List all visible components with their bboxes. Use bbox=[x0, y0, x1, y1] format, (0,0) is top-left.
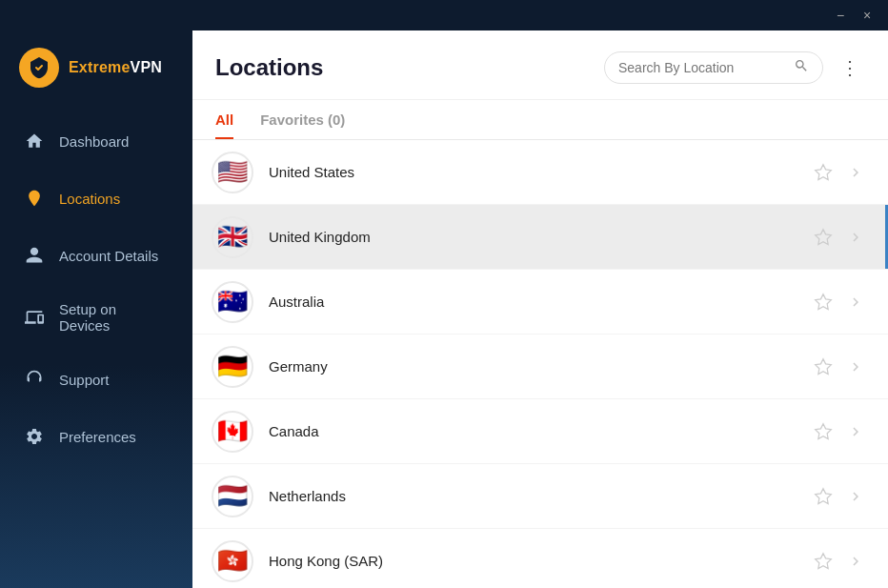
sidebar-dashboard-label: Dashboard bbox=[59, 133, 129, 150]
tab-all[interactable]: All bbox=[215, 112, 233, 139]
title-bar: − × bbox=[0, 0, 888, 30]
location-actions-de bbox=[810, 354, 869, 380]
expand-button-nl[interactable] bbox=[842, 483, 869, 510]
location-actions-au bbox=[810, 289, 869, 315]
sidebar-locations-label: Locations bbox=[59, 191, 120, 207]
location-row-de[interactable]: 🇩🇪 Germany bbox=[192, 335, 888, 399]
main-header: Locations ⋮ bbox=[192, 30, 888, 100]
location-name-au: Australia bbox=[269, 294, 810, 310]
favorite-button-hk[interactable] bbox=[810, 548, 837, 575]
location-actions-us bbox=[810, 159, 869, 186]
page-title: Locations bbox=[215, 54, 323, 81]
devices-icon bbox=[23, 306, 46, 329]
location-row-uk[interactable]: 🇬🇧 United Kingdom bbox=[192, 205, 888, 270]
favorite-button-ca[interactable] bbox=[810, 418, 837, 445]
close-button[interactable]: × bbox=[854, 2, 880, 29]
sidebar-account-label: Account Details bbox=[59, 248, 158, 264]
search-input[interactable] bbox=[618, 60, 786, 75]
flag-au: 🇦🇺 bbox=[212, 281, 253, 323]
favorite-button-au[interactable] bbox=[810, 289, 837, 315]
location-name-uk: United Kingdom bbox=[269, 229, 810, 245]
flag-uk: 🇬🇧 bbox=[212, 216, 253, 258]
location-name-ca: Canada bbox=[269, 423, 810, 439]
logo-icon bbox=[19, 48, 59, 88]
expand-button-us[interactable] bbox=[842, 159, 869, 186]
favorite-button-de[interactable] bbox=[810, 354, 837, 380]
more-options-button[interactable]: ⋮ bbox=[835, 52, 865, 83]
flag-de: 🇩🇪 bbox=[212, 346, 253, 388]
location-row-nl[interactable]: 🇳🇱 Netherlands bbox=[192, 464, 888, 529]
app-body: ExtremeVPN Dashboard Locations bbox=[0, 30, 888, 588]
favorite-button-nl[interactable] bbox=[810, 483, 837, 510]
location-name-us: United States bbox=[269, 164, 810, 180]
person-icon bbox=[23, 244, 46, 267]
expand-button-hk[interactable] bbox=[842, 548, 869, 575]
location-actions-uk bbox=[810, 224, 869, 251]
expand-button-de[interactable] bbox=[842, 354, 869, 380]
flag-ca: 🇨🇦 bbox=[212, 411, 253, 453]
search-box bbox=[604, 51, 823, 84]
sidebar-setup-label: Setup on Devices bbox=[59, 301, 170, 334]
sidebar-item-support[interactable]: Support bbox=[0, 351, 192, 408]
expand-button-uk[interactable] bbox=[842, 224, 869, 251]
sidebar-item-preferences[interactable]: Preferences bbox=[0, 408, 192, 465]
location-actions-nl bbox=[810, 483, 869, 510]
main-content: Locations ⋮ All Favorites (0) 🇺🇸 United … bbox=[192, 30, 888, 588]
expand-button-au[interactable] bbox=[842, 289, 869, 315]
home-icon bbox=[23, 130, 46, 152]
logo-area: ExtremeVPN bbox=[0, 30, 192, 109]
location-row-us[interactable]: 🇺🇸 United States bbox=[192, 140, 888, 205]
sidebar-item-dashboard[interactable]: Dashboard bbox=[0, 112, 192, 170]
sidebar-preferences-label: Preferences bbox=[59, 429, 136, 445]
sidebar-item-account[interactable]: Account Details bbox=[0, 227, 192, 284]
location-row-hk[interactable]: 🇭🇰 Hong Kong (SAR) bbox=[192, 529, 888, 588]
tab-favorites[interactable]: Favorites (0) bbox=[260, 112, 345, 139]
location-name-hk: Hong Kong (SAR) bbox=[269, 553, 810, 569]
search-icon[interactable] bbox=[794, 58, 809, 77]
favorite-button-us[interactable] bbox=[810, 159, 837, 186]
flag-hk: 🇭🇰 bbox=[212, 540, 253, 582]
logo-text: ExtremeVPN bbox=[69, 59, 162, 76]
sidebar-item-setup[interactable]: Setup on Devices bbox=[0, 284, 192, 351]
minimize-button[interactable]: − bbox=[827, 2, 854, 29]
tabs: All Favorites (0) bbox=[192, 100, 888, 140]
sidebar-support-label: Support bbox=[59, 372, 110, 388]
expand-button-ca[interactable] bbox=[842, 418, 869, 445]
location-actions-ca bbox=[810, 418, 869, 445]
favorite-button-uk[interactable] bbox=[810, 224, 837, 251]
gear-icon bbox=[23, 425, 46, 448]
sidebar-item-locations[interactable]: Locations bbox=[0, 170, 192, 227]
headset-icon bbox=[23, 368, 46, 391]
location-list: 🇺🇸 United States 🇬🇧 United Kingdom 🇦🇺 Au… bbox=[192, 140, 888, 588]
location-name-de: Germany bbox=[269, 358, 810, 375]
sidebar-nav: Dashboard Locations Account Details bbox=[0, 109, 192, 588]
location-row-ca[interactable]: 🇨🇦 Canada bbox=[192, 399, 888, 464]
location-name-nl: Netherlands bbox=[269, 488, 810, 504]
location-row-au[interactable]: 🇦🇺 Australia bbox=[192, 270, 888, 335]
location-actions-hk bbox=[810, 548, 869, 575]
sidebar: ExtremeVPN Dashboard Locations bbox=[0, 30, 192, 588]
location-icon bbox=[23, 187, 46, 210]
flag-us: 🇺🇸 bbox=[212, 152, 253, 193]
header-right: ⋮ bbox=[604, 51, 865, 84]
flag-nl: 🇳🇱 bbox=[212, 476, 253, 517]
